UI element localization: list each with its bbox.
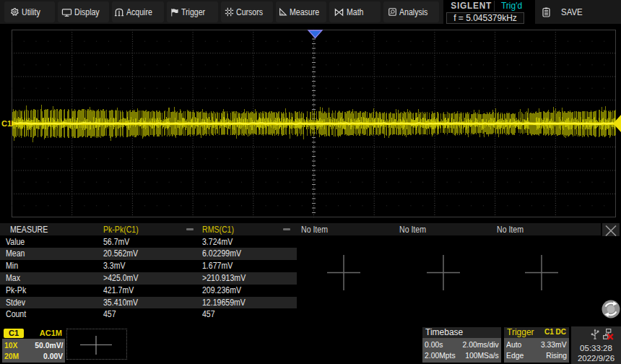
svg-text:C1: C1 [1,119,12,128]
